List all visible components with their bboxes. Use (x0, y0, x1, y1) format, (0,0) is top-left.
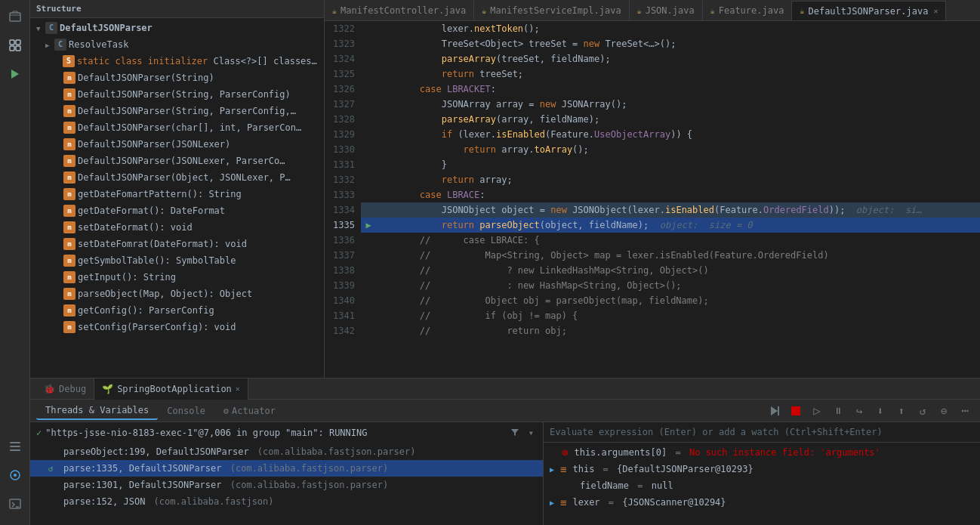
subtab-actuator[interactable]: ⚙ Actuator (214, 403, 285, 419)
tree-item[interactable]: m DefaultJSONParser(JSONLexer, ParserCo… (30, 153, 324, 169)
execution-point-icon: ▶ (365, 218, 371, 233)
frame-item[interactable]: parse:152, JSON (com.alibaba.fastjson) (30, 493, 543, 510)
code-line: parseArray(array, fieldName); (361, 112, 980, 127)
line-number: 1339 (328, 278, 355, 293)
code-text: JSONArray array = new JSONArray(); (376, 97, 627, 112)
debug-bottom-icon[interactable] (2, 462, 29, 489)
gutter (361, 308, 376, 323)
tab-debug[interactable]: 🐞 Debug (36, 378, 94, 400)
tab-close-button[interactable]: ✕ (933, 7, 938, 15)
tab-close-button[interactable]: ✕ (236, 384, 240, 393)
stop-button[interactable] (787, 402, 805, 420)
tree-label: DefaultJSONParser (60, 23, 153, 33)
tree-item[interactable]: m setDateFomrat(DateFormat): void (30, 236, 324, 252)
terminal-icon[interactable] (2, 490, 29, 517)
tab-label: JSON.java (646, 5, 695, 16)
structure-icon[interactable] (2, 32, 29, 59)
method-icon: m (63, 155, 76, 167)
line-number: 1328 (328, 112, 355, 127)
variable-item[interactable]: ▶ ≡ this = {DefaultJSONParser@10293} (544, 461, 980, 477)
line-number: 1324 (328, 51, 355, 66)
tab-manifest-controller[interactable]: ☕ ManifestController.java (325, 1, 474, 20)
tree-item[interactable]: m getInput(): String (30, 269, 324, 286)
frame-item-current[interactable]: ↺ parse:1335, DefaultJSONParser (com.ali… (30, 460, 543, 477)
var-expand-icon[interactable]: ▶ (550, 499, 554, 507)
tree-item[interactable]: m DefaultJSONParser(String, ParserConfig… (30, 86, 324, 103)
tree-item[interactable]: m setConfig(ParserConfig): void (30, 319, 324, 335)
tree-item[interactable]: m DefaultJSONParser(JSONLexer) (30, 136, 324, 153)
tree-arrow-icon (36, 24, 45, 32)
method-icon: m (63, 138, 76, 150)
var-expand-icon[interactable]: ▶ (550, 465, 554, 474)
tree-item[interactable]: m getDateFomartPattern(): String (30, 186, 324, 202)
step-out-button[interactable]: ⬇ (871, 402, 889, 420)
java-file-icon: ☕ (482, 7, 486, 15)
filter-button[interactable] (507, 426, 522, 440)
code-text: // case LBRACE: { (376, 233, 540, 248)
current-frame-icon: ↺ (48, 464, 54, 474)
tab-manifest-service-impl[interactable]: ☕ ManifestServiceImpl.java (474, 1, 629, 20)
tree-item[interactable]: m DefaultJSONParser(String) (30, 69, 324, 86)
thread-status-icon: ✓ (36, 428, 42, 438)
mute-breakpoints-button[interactable]: ⊖ (935, 402, 953, 420)
frame-item[interactable]: parse:1301, DefaultJSONParser (com.aliba… (30, 477, 543, 493)
method-icon: m (63, 188, 76, 200)
tree-item[interactable]: m getSymbolTable(): SymbolTable (30, 252, 324, 269)
pause-button[interactable]: ⏸ (829, 402, 847, 420)
svg-rect-0 (10, 13, 20, 21)
tree-item[interactable]: m DefaultJSONParser(char[], int, ParserC… (30, 119, 324, 136)
variable-item[interactable]: fieldName = null (544, 477, 980, 494)
code-line: } (361, 157, 980, 172)
variable-item[interactable]: ⊗ this.arguments[0] = No such instance f… (544, 444, 980, 461)
structure-tree[interactable]: C DefaultJSONParser C ResolveTask S stat… (30, 18, 324, 378)
tree-item[interactable]: m DefaultJSONParser(String, ParserConfig… (30, 103, 324, 119)
run-to-cursor-button[interactable]: ⬆ (892, 402, 911, 420)
thread-header[interactable]: ✓ "https-jsse-nio-8183-exec-1"@7,006 in … (30, 422, 543, 443)
tree-item[interactable]: m setDateFormat(): void (30, 219, 324, 236)
tree-label: setConfig(ParserConfig): void (78, 322, 236, 332)
more-actions-button[interactable]: ⋯ (956, 402, 974, 420)
debug-icon: 🐞 (44, 384, 55, 394)
tree-item[interactable]: C ResolveTask (30, 36, 324, 53)
code-line: case LBRACE: (361, 187, 980, 202)
frame-label: parse:1335, DefaultJSONParser (63, 463, 222, 474)
tree-item[interactable]: m getDateFormat(): DateFormat (30, 202, 324, 219)
tree-item[interactable]: S static class initializer Class<?>[] cl… (30, 53, 324, 69)
resume-button[interactable] (766, 402, 784, 420)
project-icon[interactable] (2, 3, 29, 30)
line-number: 1326 (328, 82, 355, 97)
run-icon[interactable] (2, 60, 29, 88)
frame-item[interactable]: parseObject:199, DefaultJSONParser (com.… (30, 443, 543, 460)
line-number: 1336 (328, 233, 355, 248)
watch-expression-input[interactable] (544, 422, 980, 443)
tree-item[interactable]: m getConfig(): ParserConfig (30, 302, 324, 319)
subtab-threads-variables[interactable]: Threads & Variables (36, 402, 158, 420)
tree-item[interactable]: m parseObject(Map, Object): Object (30, 286, 324, 302)
left-sidebar (0, 0, 30, 525)
tree-label: DefaultJSONParser(char[], int, ParserCon… (78, 122, 301, 133)
step-over-button[interactable]: ▷ (808, 402, 826, 420)
java-file-icon: ☕ (332, 7, 337, 15)
subtab-label: Actuator (232, 406, 276, 416)
code-line: // Object obj = parseObject(map, fieldNa… (361, 293, 980, 308)
variable-item[interactable]: ▶ ≡ lexer = {JSONScanner@10294} (544, 494, 980, 511)
tree-item[interactable]: C DefaultJSONParser (30, 20, 324, 36)
code-line-1334: JSONObject object = new JSONObject(lexer… (361, 202, 980, 218)
tab-json[interactable]: ☕ JSON.java (630, 1, 703, 20)
tab-feature[interactable]: ☕ Feature.java (703, 1, 793, 20)
code-content[interactable]: 1322 1323 1324 1325 1326 1327 1328 1329 … (325, 21, 980, 378)
hamburger-icon[interactable] (2, 433, 29, 460)
method-icon: m (63, 288, 76, 300)
frame-package: (com.alibaba.fastjson) (148, 496, 273, 507)
tree-item[interactable]: m DefaultJSONParser(Object, JSONLexer, P… (30, 169, 324, 186)
gutter (361, 233, 376, 248)
var-eq: = (632, 480, 649, 491)
tab-default-json-parser[interactable]: ☕ DefaultJSONParser.java ✕ (792, 1, 946, 20)
subtab-console[interactable]: Console (158, 403, 214, 419)
dropdown-button[interactable]: ▾ (525, 426, 537, 440)
evaluate-button[interactable]: ↺ (914, 402, 932, 420)
tab-spring-boot[interactable]: 🌱 SpringBootApplication ✕ (94, 378, 248, 400)
step-into-button[interactable]: ↪ (850, 402, 868, 420)
line-number: 1331 (328, 157, 355, 172)
code-text: // : new HashMap<String, Object>(); (376, 278, 682, 293)
